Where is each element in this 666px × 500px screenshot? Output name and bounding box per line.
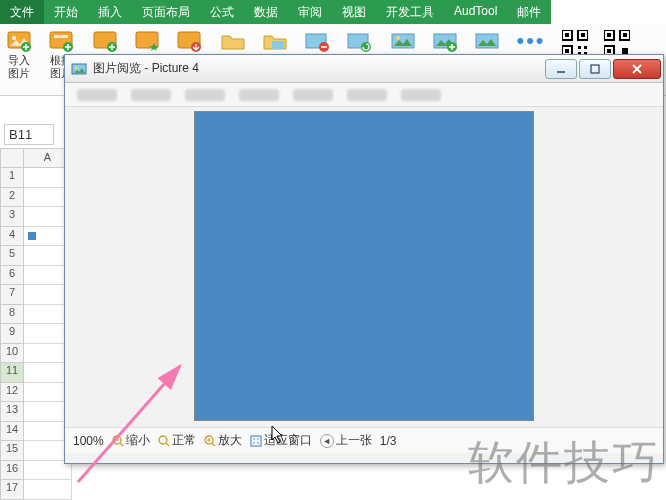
fit-label: 适应窗口 (264, 432, 312, 449)
row-header[interactable]: 17 (0, 480, 24, 500)
toolbar-btn-7[interactable] (260, 30, 290, 52)
ribbon-tabs: 文件 开始 插入 页面布局 公式 数据 审阅 视图 开发工具 AudTool 邮… (0, 0, 666, 24)
toolbar-item[interactable] (293, 89, 333, 101)
ribbon-tab-formula[interactable]: 公式 (200, 0, 244, 24)
toolbar-item[interactable] (131, 89, 171, 101)
toolbar-item[interactable] (239, 89, 279, 101)
window-controls (545, 59, 663, 79)
svg-point-18 (396, 36, 400, 40)
svg-rect-35 (623, 33, 627, 37)
toolbar-btn-11[interactable] (430, 30, 460, 52)
picture-down-icon (176, 30, 202, 52)
row-header[interactable]: 4 (0, 227, 24, 247)
row-header[interactable]: 5 (0, 246, 24, 266)
toolbar-item[interactable] (401, 89, 441, 101)
row-header[interactable]: 3 (0, 207, 24, 227)
row-header[interactable]: 13 (0, 402, 24, 422)
toolbar-item[interactable] (185, 89, 225, 101)
maximize-button[interactable] (579, 59, 611, 79)
row-header[interactable]: 1 (0, 168, 24, 188)
landscape-add-icon (432, 30, 458, 52)
zoom-in-button[interactable]: 放大 (204, 432, 242, 449)
ribbon-tab-home[interactable]: 开始 (44, 0, 88, 24)
toolbar-btn-12[interactable] (472, 30, 502, 52)
zoom-in-label: 放大 (218, 432, 242, 449)
import-image-label: 导入 图片 (8, 54, 30, 80)
toolbar-btn-9[interactable] (344, 30, 374, 52)
app-icon (71, 61, 87, 77)
landscape-icon (390, 30, 416, 52)
qr-icon (562, 30, 588, 56)
minimize-button[interactable] (545, 59, 577, 79)
ribbon-tab-review[interactable]: 审阅 (288, 0, 332, 24)
toolbar-btn-6[interactable] (218, 30, 248, 52)
picture-refresh-icon (346, 30, 372, 52)
svg-rect-29 (584, 46, 587, 49)
picture-icon (92, 30, 118, 52)
toolbar-btn-4[interactable] (132, 30, 162, 52)
qr-button-1[interactable] (560, 30, 590, 56)
toolbar-btn-8[interactable] (302, 30, 332, 52)
folder-icon (220, 30, 246, 52)
toolbar-item[interactable] (77, 89, 117, 101)
folder-picture-icon (262, 30, 288, 52)
prev-image-button[interactable]: ◄ 上一张 (320, 432, 372, 449)
row-header[interactable]: 14 (0, 422, 24, 442)
page-indicator: 1/3 (380, 434, 397, 448)
svg-rect-25 (581, 33, 585, 37)
ribbon-tab-insert[interactable]: 插入 (88, 0, 132, 24)
toolbar-item[interactable] (347, 89, 387, 101)
picture-viewer-window: 图片阅览 - Picture 4 100% 缩小 (64, 54, 664, 464)
toolbar-btn-5[interactable] (174, 30, 204, 52)
row-header[interactable]: 15 (0, 441, 24, 461)
svg-rect-54 (251, 436, 261, 446)
ribbon-tab-audtool[interactable]: AudTool (444, 0, 507, 24)
more-dots-icon: ••• (516, 30, 545, 52)
close-button[interactable] (613, 59, 661, 79)
viewer-canvas[interactable] (65, 107, 663, 427)
more-button[interactable]: ••• (516, 30, 546, 52)
row-header-selected[interactable]: 11 (0, 363, 24, 383)
toolbar-btn-3[interactable] (90, 30, 120, 52)
ribbon-tab-mail[interactable]: 邮件 (507, 0, 551, 24)
svg-rect-12 (272, 41, 284, 49)
row-header[interactable]: 8 (0, 305, 24, 325)
row-header[interactable]: 12 (0, 383, 24, 403)
svg-point-1 (12, 36, 16, 40)
row-header[interactable]: 9 (0, 324, 24, 344)
row-header[interactable]: 7 (0, 285, 24, 305)
qr-button-2[interactable] (602, 30, 632, 56)
cell-reference-box[interactable]: B11 (4, 124, 54, 145)
zoom-normal-button[interactable]: 正常 (158, 432, 196, 449)
row-header[interactable]: 6 (0, 266, 24, 286)
svg-rect-33 (607, 33, 611, 37)
viewer-title: 图片阅览 - Picture 4 (93, 60, 545, 77)
viewer-titlebar[interactable]: 图片阅览 - Picture 4 (65, 55, 663, 83)
fit-window-button[interactable]: 适应窗口 (250, 432, 312, 449)
row-header[interactable]: 10 (0, 344, 24, 364)
zoom-normal-label: 正常 (172, 432, 196, 449)
cell[interactable] (24, 480, 72, 500)
svg-point-48 (159, 436, 167, 444)
ribbon-tab-layout[interactable]: 页面布局 (132, 0, 200, 24)
zoom-out-button[interactable]: 缩小 (112, 432, 150, 449)
ribbon-tab-view[interactable]: 视图 (332, 0, 376, 24)
picture-remove-icon (304, 30, 330, 52)
ribbon-tab-dev[interactable]: 开发工具 (376, 0, 444, 24)
qr-icon (604, 30, 630, 56)
svg-rect-23 (565, 33, 569, 37)
import-image-button[interactable]: 导入 图片 (4, 30, 34, 80)
select-all-corner[interactable] (0, 148, 24, 168)
row-header[interactable]: 16 (0, 461, 24, 481)
svg-line-46 (120, 443, 123, 446)
svg-point-40 (75, 66, 78, 69)
ribbon-tab-data[interactable]: 数据 (244, 0, 288, 24)
ribbon-tab-file[interactable]: 文件 (0, 0, 44, 24)
toolbar-btn-10[interactable] (388, 30, 418, 52)
fit-icon (250, 435, 262, 447)
viewer-statusbar: 100% 缩小 正常 放大 适应窗口 ◄ 上一张 1/3 (65, 427, 663, 453)
magnifier-minus-icon (112, 435, 124, 447)
row-header[interactable]: 2 (0, 188, 24, 208)
svg-rect-28 (578, 46, 581, 49)
svg-rect-42 (591, 65, 599, 73)
